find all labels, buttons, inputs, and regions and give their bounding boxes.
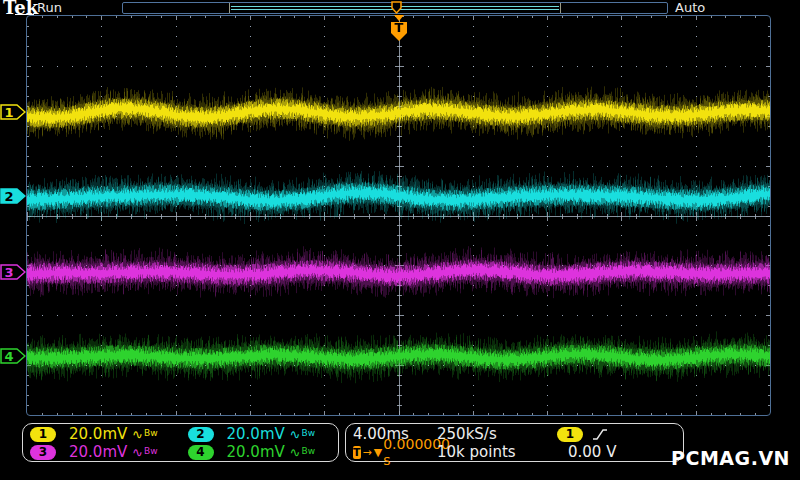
svg-text:T: T [395, 21, 404, 35]
channel-1-badge[interactable]: 1 [30, 427, 56, 442]
svg-text:4: 4 [4, 349, 13, 364]
channel-3-coupling-bandwidth-icon: ∿Bw [132, 445, 173, 460]
trigger-position-readout: T→▼0.000000 s [353, 436, 437, 468]
channel-4-scale: 20.0mV [227, 443, 290, 461]
trigger-position-flag[interactable]: T [390, 21, 408, 42]
waveform-display [27, 16, 770, 415]
trigger-mode: Auto [675, 0, 705, 15]
channel-1-scale: 20.0mV [69, 425, 132, 443]
sample-rate: 250kS/s [437, 425, 557, 443]
record-length: 10k points [437, 443, 557, 461]
arrow-right-icon: → [363, 446, 372, 459]
svg-text:3: 3 [4, 265, 13, 280]
trigger-level: 0.00 V [557, 443, 616, 461]
channel-4-coupling-bandwidth-icon: ∿Bw [290, 445, 331, 460]
channel-3-marker[interactable]: 3 [0, 263, 26, 281]
timebase-row-2: T→▼0.000000 s 10k points 0.00 V [346, 443, 683, 461]
record-trigger-position-icon[interactable] [391, 1, 403, 15]
svg-text:2: 2 [4, 189, 13, 204]
rising-edge-icon [592, 427, 608, 442]
channel-2-marker[interactable]: 2 [0, 187, 26, 205]
watermark: PCMAG.VN [671, 447, 790, 469]
channel-readout-box: 1 20.0mV ∿Bw 2 20.0mV ∿Bw 3 20.0mV ∿Bw 4… [22, 423, 339, 462]
arrow-down-icon: ▼ [374, 446, 382, 459]
channel-1-coupling-bandwidth-icon: ∿Bw [132, 427, 173, 442]
channel-readouts-row-2: 3 20.0mV ∿Bw 4 20.0mV ∿Bw [23, 443, 338, 461]
svg-text:1: 1 [4, 105, 13, 120]
channel-4-marker[interactable]: 4 [0, 347, 26, 365]
trigger-t-icon: T [353, 446, 361, 459]
oscilloscope-screen: Tek Run Auto T 1 2 3 4 1 20.0mV [0, 0, 800, 480]
channel-2-coupling-bandwidth-icon: ∿Bw [290, 427, 331, 442]
channel-1-marker[interactable]: 1 [0, 103, 26, 121]
record-window-left-bracket [229, 3, 230, 13]
record-window-right-bracket [560, 3, 561, 13]
trigger-source-badge[interactable]: 1 [557, 427, 583, 442]
timebase-trigger-readout-box: 4.00ms 250kS/s 1 T→▼0.000000 s 10k point… [345, 423, 684, 462]
channel-3-scale: 20.0mV [69, 443, 132, 461]
acquisition-status: Run [37, 0, 62, 15]
channel-2-badge[interactable]: 2 [188, 427, 214, 442]
channel-2-scale: 20.0mV [227, 425, 290, 443]
channel-4-badge[interactable]: 4 [188, 445, 214, 460]
channel-readouts-row-1: 1 20.0mV ∿Bw 2 20.0mV ∿Bw [23, 425, 338, 443]
channel-3-badge[interactable]: 3 [30, 445, 56, 460]
